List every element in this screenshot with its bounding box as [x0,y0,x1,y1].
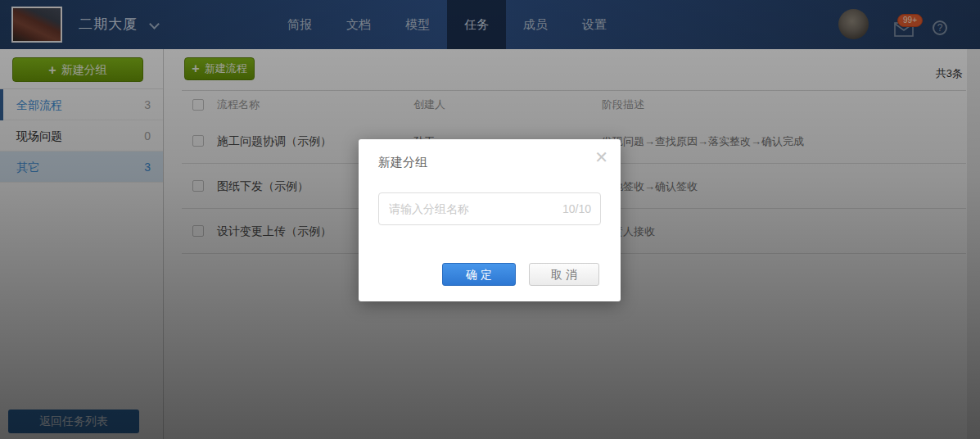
char-counter: 10/10 [562,193,591,224]
dialog-title: 新建分组 [378,155,427,170]
group-name-input[interactable] [389,193,544,224]
app-window: 二期大厦 简报 文档 模型 任务 成员 设置 99+ ? +新建分组 全部流程 [0,0,980,439]
cancel-button[interactable]: 取 消 [529,263,599,286]
new-group-dialog: 新建分组 ✕ 10/10 确 定 取 消 [359,139,621,301]
group-name-field-wrap: 10/10 [378,192,601,225]
close-icon[interactable]: ✕ [594,149,608,165]
confirm-button[interactable]: 确 定 [442,263,516,286]
